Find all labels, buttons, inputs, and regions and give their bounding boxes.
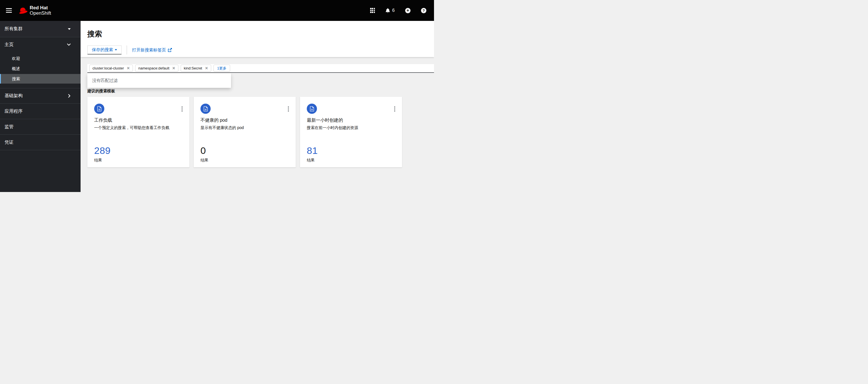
close-icon: ✕ (205, 66, 208, 70)
result-label: 结果 (307, 158, 318, 163)
card-kebab-button[interactable] (287, 106, 289, 112)
chip-remove-button[interactable]: ✕ (205, 66, 208, 70)
chevron-down-icon (67, 43, 71, 46)
no-match-message: 没有匹配过滤 (92, 78, 118, 83)
filter-chip-label: kind:Secret (184, 66, 202, 70)
card-result: 289 结果 (94, 145, 111, 163)
sidebar-item-welcome-label: 欢迎 (12, 56, 20, 61)
page-header: 搜索 保存的搜索 打开新搜索标签页 (81, 21, 434, 57)
toolbar: 保存的搜索 打开新搜索标签页 (87, 45, 434, 55)
more-filters-button[interactable]: 1更多 (214, 65, 230, 72)
suggestions-heading: 建议的搜索模板 (87, 89, 115, 94)
question-circle-icon: ? (421, 8, 426, 13)
sidebar-item-search[interactable]: 搜索 (0, 74, 81, 83)
app-launcher-button[interactable] (370, 8, 375, 13)
toolbar-divider (127, 45, 127, 55)
result-count: 81 (307, 145, 318, 155)
filter-chip-label: cluster:local-cluster (92, 66, 124, 70)
sidebar-item-infrastructure[interactable]: 基础架构 (0, 88, 81, 104)
caret-down-icon (68, 28, 71, 30)
close-icon: ✕ (127, 66, 130, 70)
more-filters-label: 1更多 (217, 66, 226, 71)
notification-count: 6 (392, 8, 395, 13)
masthead-actions: 6 + ? (370, 8, 434, 13)
plus-circle-icon: + (405, 8, 410, 13)
document-circle-icon (200, 104, 211, 114)
card-kebab-button[interactable] (394, 106, 396, 112)
saved-searches-label: 保存的搜索 (92, 47, 113, 53)
caret-down-icon (115, 49, 117, 50)
external-link-icon (168, 48, 172, 52)
filter-dropdown-panel: 没有匹配过滤 (87, 73, 231, 88)
sidebar-item-governance-label: 监管 (4, 124, 13, 130)
document-circle-icon (307, 104, 317, 114)
filter-chip: namespace:default ✕ (135, 65, 178, 72)
document-circle-icon (94, 104, 104, 114)
card-result: 0 结果 (200, 145, 208, 163)
result-count: 289 (94, 145, 111, 155)
card-description: 显示有不健康状态的 pod (200, 126, 289, 131)
sidebar-item-credentials-label: 凭证 (4, 139, 13, 145)
logo-line2: OpenShift (30, 10, 51, 16)
document-icon (97, 106, 102, 111)
result-label: 结果 (200, 158, 208, 163)
document-icon (203, 106, 208, 111)
suggested-search-card-unhealthy-pods[interactable]: 不健康的 pod 显示有不健康状态的 pod 0 结果 (194, 97, 296, 168)
sidebar-item-applications[interactable]: 应用程序 (0, 104, 81, 119)
result-label: 结果 (94, 158, 111, 163)
card-title: 工作负载 (94, 117, 183, 124)
bell-icon (385, 8, 390, 13)
card-description: 搜索在前一小时内创建的资源 (307, 126, 395, 131)
sidebar-item-applications-label: 应用程序 (4, 108, 23, 114)
open-new-search-tab-link[interactable]: 打开新搜索标签页 (132, 47, 172, 53)
suggested-search-card-created-last-hour[interactable]: 最新一小时创建的 搜索在前一小时内创建的资源 81 结果 (300, 97, 402, 168)
suggested-search-card-workloads[interactable]: 工作负载 一个预定义的搜索，可帮助您查看工作负载 289 结果 (87, 97, 189, 168)
sidebar-item-credentials[interactable]: 凭证 (0, 135, 81, 150)
sidebar-item-overview-label: 概述 (12, 66, 20, 71)
filter-chip: kind:Secret ✕ (181, 65, 211, 72)
app-launcher-grid-icon (370, 8, 375, 13)
card-title: 不健康的 pod (200, 117, 289, 124)
sidebar-item-search-label: 搜索 (12, 76, 20, 81)
search-input-bar[interactable]: cluster:local-cluster ✕ namespace:defaul… (87, 64, 434, 73)
logo-line1: Red Hat (30, 5, 51, 10)
nav-toggle-button[interactable] (3, 5, 15, 15)
card-title: 最新一小时创建的 (307, 117, 395, 124)
sidebar-item-home-label: 主页 (4, 42, 13, 48)
sidebar-home-sublist: 欢迎 概述 搜索 (0, 54, 81, 83)
sidebar-item-overview[interactable]: 概述 (0, 64, 81, 73)
sidebar: 所有集群 主页 欢迎 概述 搜索 基础架构 应用程序 监管 凭证 (0, 21, 81, 192)
saved-searches-dropdown[interactable]: 保存的搜索 (87, 45, 122, 55)
chevron-right-icon (68, 94, 71, 98)
chip-remove-button[interactable]: ✕ (127, 66, 130, 70)
sidebar-item-infrastructure-label: 基础架构 (4, 93, 23, 99)
sidebar-item-home[interactable]: 主页 (0, 37, 81, 52)
filter-chip: cluster:local-cluster ✕ (89, 65, 133, 72)
hamburger-icon (6, 8, 12, 13)
brand-logo: Red Hat OpenShift (19, 5, 51, 16)
cluster-selector-label: 所有集群 (4, 26, 23, 32)
chip-remove-button[interactable]: ✕ (172, 66, 175, 70)
notifications-button[interactable]: 6 (385, 8, 395, 13)
suggested-search-cards: 工作负载 一个预定义的搜索，可帮助您查看工作负载 289 结果 不健康的 pod… (87, 97, 402, 168)
card-result: 81 结果 (307, 145, 318, 163)
card-description: 一个预定义的搜索，可帮助您查看工作负载 (94, 126, 183, 131)
result-count: 0 (200, 145, 208, 155)
create-button[interactable]: + (405, 8, 410, 13)
filter-chip-label: namespace:default (138, 66, 169, 70)
open-new-search-tab-label: 打开新搜索标签页 (132, 47, 166, 53)
cluster-selector[interactable]: 所有集群 (0, 21, 81, 37)
card-kebab-button[interactable] (181, 106, 183, 112)
document-icon (310, 106, 314, 111)
sidebar-item-welcome[interactable]: 欢迎 (0, 54, 81, 63)
help-button[interactable]: ? (421, 8, 426, 13)
masthead: Red Hat OpenShift 6 + ? (0, 0, 434, 21)
redhat-fedora-icon (19, 7, 28, 14)
sidebar-item-governance[interactable]: 监管 (0, 119, 81, 135)
page-title: 搜索 (87, 21, 434, 38)
close-icon: ✕ (172, 66, 175, 70)
